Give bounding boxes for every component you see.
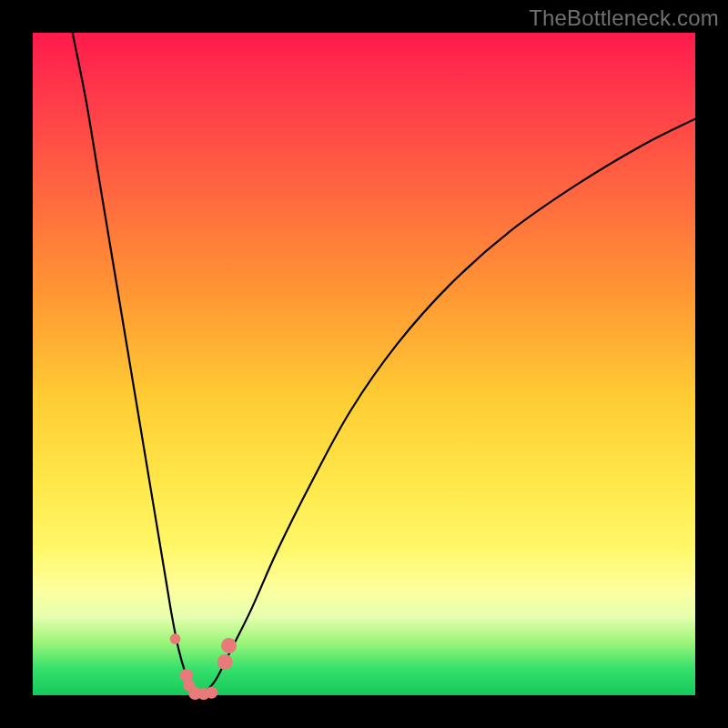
chart-svg bbox=[33, 33, 695, 695]
markers-group bbox=[170, 633, 237, 700]
data-marker bbox=[170, 633, 181, 644]
watermark-text: TheBottleneck.com bbox=[529, 5, 719, 31]
curve-left bbox=[73, 33, 198, 695]
chart-plot-area bbox=[33, 33, 695, 695]
data-marker bbox=[221, 638, 237, 653]
chart-frame: TheBottleneck.com bbox=[0, 0, 728, 728]
data-marker bbox=[206, 687, 217, 699]
data-marker bbox=[217, 654, 233, 670]
curve-right bbox=[198, 119, 695, 695]
